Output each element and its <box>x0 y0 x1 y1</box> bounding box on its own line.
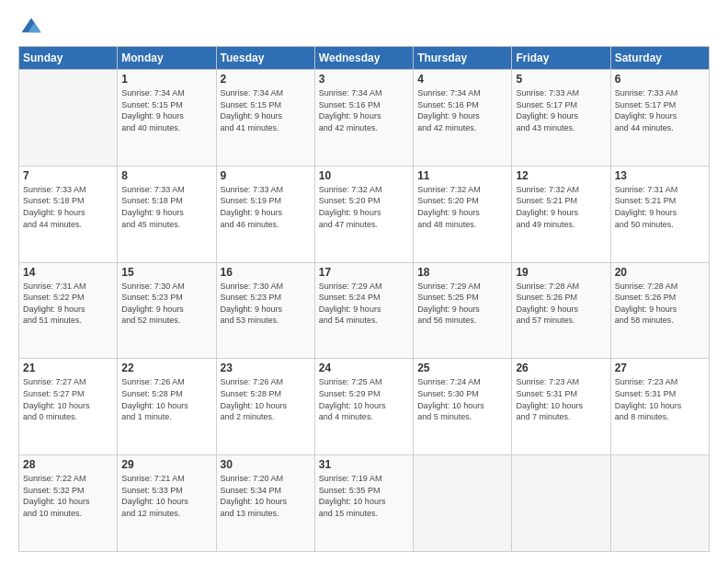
day-number: 1 <box>121 73 211 86</box>
day-cell: 8Sunrise: 7:33 AMSunset: 5:18 PMDaylight… <box>118 166 216 262</box>
day-header-sunday: Sunday <box>19 47 118 70</box>
calendar-body: 1Sunrise: 7:34 AMSunset: 5:15 PMDaylight… <box>19 70 710 552</box>
day-cell: 26Sunrise: 7:23 AMSunset: 5:31 PMDayligh… <box>512 359 610 455</box>
day-header-tuesday: Tuesday <box>216 47 314 70</box>
day-number: 19 <box>516 266 606 279</box>
day-info: Sunrise: 7:24 AMSunset: 5:30 PMDaylight:… <box>417 376 507 422</box>
day-info: Sunrise: 7:30 AMSunset: 5:23 PMDaylight:… <box>221 281 311 327</box>
week-row-1: 1Sunrise: 7:34 AMSunset: 5:15 PMDaylight… <box>19 70 710 167</box>
day-cell: 2Sunrise: 7:34 AMSunset: 5:15 PMDaylight… <box>216 70 314 167</box>
day-info: Sunrise: 7:30 AMSunset: 5:23 PMDaylight:… <box>121 281 211 327</box>
day-cell <box>512 455 610 552</box>
day-number: 9 <box>221 169 311 182</box>
week-row-4: 21Sunrise: 7:27 AMSunset: 5:27 PMDayligh… <box>19 359 710 455</box>
day-number: 8 <box>121 169 211 182</box>
week-row-3: 14Sunrise: 7:31 AMSunset: 5:22 PMDayligh… <box>19 262 710 359</box>
day-cell: 24Sunrise: 7:25 AMSunset: 5:29 PMDayligh… <box>314 359 413 455</box>
day-cell: 22Sunrise: 7:26 AMSunset: 5:28 PMDayligh… <box>118 359 216 455</box>
day-header-saturday: Saturday <box>610 47 709 70</box>
calendar-table: SundayMondayTuesdayWednesdayThursdayFrid… <box>18 46 710 552</box>
day-number: 6 <box>615 73 705 86</box>
day-info: Sunrise: 7:19 AMSunset: 5:35 PMDaylight:… <box>319 473 409 519</box>
day-cell <box>414 455 512 552</box>
day-cell: 19Sunrise: 7:28 AMSunset: 5:26 PMDayligh… <box>512 262 610 359</box>
day-info: Sunrise: 7:21 AMSunset: 5:33 PMDaylight:… <box>121 473 211 519</box>
day-info: Sunrise: 7:26 AMSunset: 5:28 PMDaylight:… <box>121 376 211 422</box>
day-info: Sunrise: 7:33 AMSunset: 5:18 PMDaylight:… <box>121 184 211 230</box>
day-info: Sunrise: 7:27 AMSunset: 5:27 PMDaylight:… <box>23 376 113 422</box>
day-number: 4 <box>417 73 507 86</box>
day-cell: 21Sunrise: 7:27 AMSunset: 5:27 PMDayligh… <box>19 359 118 455</box>
day-number: 27 <box>615 362 705 374</box>
day-number: 7 <box>23 169 113 182</box>
day-number: 15 <box>121 266 211 279</box>
day-number: 18 <box>417 266 507 279</box>
day-info: Sunrise: 7:23 AMSunset: 5:31 PMDaylight:… <box>516 376 606 422</box>
day-cell: 20Sunrise: 7:28 AMSunset: 5:26 PMDayligh… <box>610 262 709 359</box>
day-info: Sunrise: 7:34 AMSunset: 5:16 PMDaylight:… <box>417 87 507 133</box>
day-cell: 14Sunrise: 7:31 AMSunset: 5:22 PMDayligh… <box>19 262 118 359</box>
day-info: Sunrise: 7:29 AMSunset: 5:24 PMDaylight:… <box>319 281 409 327</box>
day-number: 13 <box>615 169 705 182</box>
day-cell: 13Sunrise: 7:31 AMSunset: 5:21 PMDayligh… <box>610 166 709 262</box>
header-row: SundayMondayTuesdayWednesdayThursdayFrid… <box>19 47 710 70</box>
day-header-monday: Monday <box>118 47 216 70</box>
day-info: Sunrise: 7:28 AMSunset: 5:26 PMDaylight:… <box>516 281 606 327</box>
day-info: Sunrise: 7:25 AMSunset: 5:29 PMDaylight:… <box>319 376 409 422</box>
day-cell <box>19 70 118 167</box>
day-info: Sunrise: 7:33 AMSunset: 5:19 PMDaylight:… <box>221 184 311 230</box>
day-cell: 3Sunrise: 7:34 AMSunset: 5:16 PMDaylight… <box>314 70 413 167</box>
day-number: 14 <box>23 266 113 279</box>
day-info: Sunrise: 7:34 AMSunset: 5:15 PMDaylight:… <box>221 87 311 133</box>
day-number: 17 <box>319 266 409 279</box>
day-number: 16 <box>221 266 311 279</box>
page: SundayMondayTuesdayWednesdayThursdayFrid… <box>0 0 728 563</box>
day-cell: 31Sunrise: 7:19 AMSunset: 5:35 PMDayligh… <box>314 455 413 552</box>
logo-icon <box>18 15 44 40</box>
day-info: Sunrise: 7:22 AMSunset: 5:32 PMDaylight:… <box>23 473 113 519</box>
day-number: 10 <box>319 169 409 182</box>
day-info: Sunrise: 7:31 AMSunset: 5:22 PMDaylight:… <box>23 281 113 327</box>
day-info: Sunrise: 7:32 AMSunset: 5:21 PMDaylight:… <box>516 184 606 230</box>
day-number: 26 <box>516 362 606 374</box>
week-row-5: 28Sunrise: 7:22 AMSunset: 5:32 PMDayligh… <box>19 455 710 552</box>
day-cell: 29Sunrise: 7:21 AMSunset: 5:33 PMDayligh… <box>118 455 216 552</box>
day-cell: 25Sunrise: 7:24 AMSunset: 5:30 PMDayligh… <box>414 359 512 455</box>
day-number: 30 <box>221 458 311 471</box>
day-number: 22 <box>121 362 211 374</box>
day-cell: 9Sunrise: 7:33 AMSunset: 5:19 PMDaylight… <box>216 166 314 262</box>
day-info: Sunrise: 7:29 AMSunset: 5:25 PMDaylight:… <box>417 281 507 327</box>
day-header-thursday: Thursday <box>414 47 512 70</box>
day-info: Sunrise: 7:28 AMSunset: 5:26 PMDaylight:… <box>615 281 705 327</box>
day-cell: 10Sunrise: 7:32 AMSunset: 5:20 PMDayligh… <box>314 166 413 262</box>
day-cell: 18Sunrise: 7:29 AMSunset: 5:25 PMDayligh… <box>414 262 512 359</box>
day-cell: 6Sunrise: 7:33 AMSunset: 5:17 PMDaylight… <box>610 70 709 167</box>
day-number: 21 <box>23 362 113 374</box>
day-number: 5 <box>516 73 606 86</box>
day-number: 24 <box>319 362 409 374</box>
day-info: Sunrise: 7:23 AMSunset: 5:31 PMDaylight:… <box>615 376 705 422</box>
day-cell: 11Sunrise: 7:32 AMSunset: 5:20 PMDayligh… <box>414 166 512 262</box>
day-number: 11 <box>417 169 507 182</box>
day-cell: 16Sunrise: 7:30 AMSunset: 5:23 PMDayligh… <box>216 262 314 359</box>
day-info: Sunrise: 7:33 AMSunset: 5:17 PMDaylight:… <box>615 87 705 133</box>
day-number: 20 <box>615 266 705 279</box>
day-number: 29 <box>121 458 211 471</box>
day-header-friday: Friday <box>512 47 610 70</box>
day-info: Sunrise: 7:33 AMSunset: 5:17 PMDaylight:… <box>516 87 606 133</box>
day-info: Sunrise: 7:32 AMSunset: 5:20 PMDaylight:… <box>417 184 507 230</box>
day-info: Sunrise: 7:26 AMSunset: 5:28 PMDaylight:… <box>221 376 311 422</box>
day-cell: 17Sunrise: 7:29 AMSunset: 5:24 PMDayligh… <box>314 262 413 359</box>
day-number: 31 <box>319 458 409 471</box>
day-cell: 23Sunrise: 7:26 AMSunset: 5:28 PMDayligh… <box>216 359 314 455</box>
day-cell: 30Sunrise: 7:20 AMSunset: 5:34 PMDayligh… <box>216 455 314 552</box>
day-cell: 5Sunrise: 7:33 AMSunset: 5:17 PMDaylight… <box>512 70 610 167</box>
logo <box>18 15 48 40</box>
day-info: Sunrise: 7:31 AMSunset: 5:21 PMDaylight:… <box>615 184 705 230</box>
day-info: Sunrise: 7:20 AMSunset: 5:34 PMDaylight:… <box>221 473 311 519</box>
day-number: 3 <box>319 73 409 86</box>
day-cell: 15Sunrise: 7:30 AMSunset: 5:23 PMDayligh… <box>118 262 216 359</box>
header <box>18 15 710 40</box>
day-info: Sunrise: 7:33 AMSunset: 5:18 PMDaylight:… <box>23 184 113 230</box>
day-number: 25 <box>417 362 507 374</box>
